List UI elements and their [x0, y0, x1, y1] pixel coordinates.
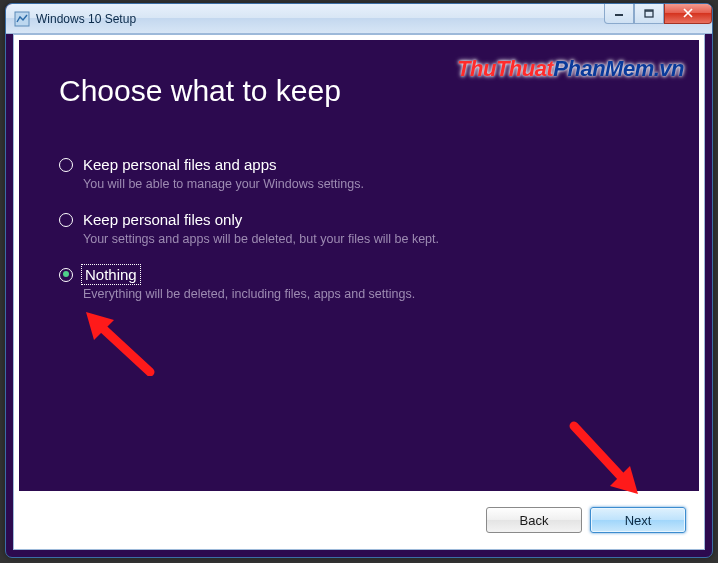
radio-icon[interactable] — [59, 213, 73, 227]
window-title: Windows 10 Setup — [36, 12, 604, 26]
client-area: Choose what to keep Keep personal files … — [13, 34, 705, 550]
minimize-button[interactable] — [604, 4, 634, 24]
close-button[interactable] — [664, 4, 712, 24]
window-controls — [604, 4, 712, 25]
titlebar: Windows 10 Setup — [6, 4, 712, 34]
footer: Back Next — [14, 491, 704, 549]
option-label: Keep personal files only — [83, 211, 242, 228]
next-button[interactable]: Next — [590, 507, 686, 533]
option-desc: Everything will be deleted, including fi… — [83, 287, 659, 301]
app-icon — [14, 11, 30, 27]
option-keep-files-only[interactable]: Keep personal files only Your settings a… — [59, 211, 659, 246]
setup-window: Windows 10 Setup Choose what to keep Kee… — [5, 3, 713, 558]
option-nothing[interactable]: Nothing Everything will be deleted, incl… — [59, 266, 659, 301]
radio-icon[interactable] — [59, 158, 73, 172]
content-area: Choose what to keep Keep personal files … — [19, 40, 699, 491]
maximize-button[interactable] — [634, 4, 664, 24]
option-desc: Your settings and apps will be deleted, … — [83, 232, 659, 246]
page-heading: Choose what to keep — [59, 74, 659, 108]
option-desc: You will be able to manage your Windows … — [83, 177, 659, 191]
option-label: Keep personal files and apps — [83, 156, 276, 173]
option-keep-files-apps[interactable]: Keep personal files and apps You will be… — [59, 156, 659, 191]
radio-icon[interactable] — [59, 268, 73, 282]
back-button[interactable]: Back — [486, 507, 582, 533]
option-label: Nothing — [83, 266, 139, 283]
